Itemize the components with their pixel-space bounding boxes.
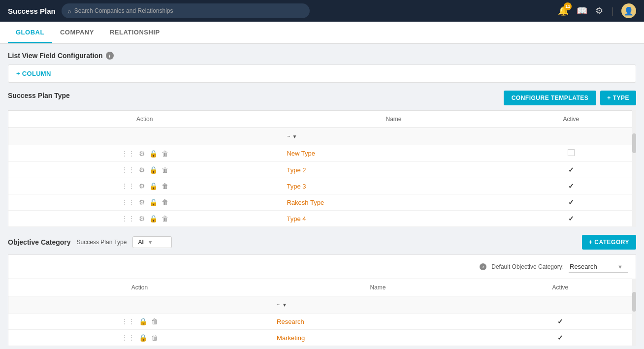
action-cell: ⋮⋮ ⚙ 🔒 🗑 [8,178,281,194]
settings-button[interactable]: ⚙ [595,5,603,16]
action-icons: ⋮⋮ ⚙ 🔒 🗑 [14,182,275,190]
lock-icon[interactable]: 🔒 [149,166,158,174]
drag-handle-icon[interactable]: ⋮⋮ [121,334,135,342]
book-button[interactable]: 📖 [577,5,587,16]
table-row: ⋮⋮ ⚙ 🔒 🗑 Rakesh Type ✓ [8,194,636,211]
action-cell: ⋮⋮ ⚙ 🔒 🗑 [8,194,281,211]
user-profile-button[interactable]: 👤 [621,3,636,18]
plan-type-select[interactable]: All ▼ [132,236,172,248]
add-type-button[interactable]: + TYPE [600,91,636,105]
caret-down-icon: ▼ [292,134,297,139]
action-cell: ⋮⋮ 🔒 🗑 [8,314,271,330]
active-cell: ✓ [507,211,636,227]
objective-category-table: Action Name Active ~ ▼ [8,279,636,346]
add-column-button[interactable]: + COLUMN [16,70,51,77]
gear-icon[interactable]: ⚙ [139,182,145,190]
table-row: ⋮⋮ ⚙ 🔒 🗑 Type 4 ✓ [8,211,636,227]
checkmark-icon: ✓ [557,317,563,325]
lock-icon[interactable]: 🔒 [149,198,158,206]
drag-handle-icon[interactable]: ⋮⋮ [121,198,135,206]
success-plan-type-title: Success Plan Type [8,92,70,99]
main-content: List View Field Configuration i + COLUMN… [0,44,644,349]
col-active: Active [507,111,636,128]
trash-icon[interactable]: 🗑 [161,166,168,174]
drag-handle-icon[interactable]: ⋮⋮ [121,215,135,222]
tab-relationship[interactable]: RELATIONSHIP [102,22,168,43]
name-cell-editing: ~ ▼ [271,296,485,314]
success-plan-type-header: Success Plan Type CONFIGURE TEMPLATES + … [8,91,636,105]
drag-handle-icon[interactable]: ⋮⋮ [121,166,135,174]
app-title: Success Plan [8,7,56,15]
trash-icon[interactable]: 🗑 [151,317,158,325]
obj-col-name: Name [271,279,485,296]
trash-icon[interactable]: 🗑 [161,198,168,206]
trash-icon[interactable]: 🗑 [161,150,168,158]
checkmark-icon: ✓ [568,166,574,174]
trash-icon[interactable]: 🗑 [161,182,168,190]
default-obj-select[interactable]: Research ▼ [569,261,628,273]
name-cell: Marketing [271,330,485,346]
gear-icon[interactable]: ⚙ [139,198,145,206]
action-icons: ⋮⋮ ⚙ 🔒 🗑 [14,198,275,206]
scroll-thumb-obj[interactable] [632,292,636,312]
lock-icon[interactable]: 🔒 [149,150,158,158]
gear-icon[interactable]: ⚙ [139,150,145,158]
configure-templates-button[interactable]: CONFIGURE TEMPLATES [504,91,597,105]
obj-col-action: Action [8,279,271,296]
success-plan-type-section: Success Plan Type CONFIGURE TEMPLATES + … [8,91,636,227]
lock-icon[interactable]: 🔒 [139,334,147,342]
active-cell: ✓ [507,178,636,194]
default-objective-row: i Default Objective Category: Research ▼ [8,254,636,279]
scroll-track-obj[interactable] [632,279,636,346]
tab-company[interactable]: COMPANY [52,22,102,43]
checkmark-icon: ✓ [568,198,574,206]
action-icons: ⋮⋮ 🔒 🗑 [14,317,265,325]
trash-icon[interactable]: 🗑 [161,215,168,222]
obj-col-active: Active [485,279,636,296]
success-plan-type-buttons: CONFIGURE TEMPLATES + TYPE [504,91,636,105]
default-obj-value: Research [570,263,597,270]
add-column-row: + COLUMN [8,65,636,82]
action-cell: ⋮⋮ 🔒 🗑 [8,330,271,346]
name-cell: Type 3 [281,178,506,194]
chevron-down-icon: ▼ [148,239,153,245]
lock-icon[interactable]: 🔒 [149,182,158,190]
checkbox-empty[interactable] [568,149,575,156]
chevron-down-icon-2: ▼ [617,264,623,270]
obj-cat-left: Objective Category Success Plan Type All… [8,236,172,248]
lock-icon[interactable]: 🔒 [149,215,158,222]
drag-handle-icon[interactable]: ⋮⋮ [121,182,135,190]
action-cell: ⋮⋮ ⚙ 🔒 🗑 [8,211,281,227]
active-cell: ✓ [507,162,636,178]
lock-icon[interactable]: 🔒 [139,317,147,325]
drag-handle-icon[interactable]: ⋮⋮ [121,317,135,325]
default-obj-info-icon: i [480,263,486,270]
table-row: ~ ▼ [8,296,636,314]
drag-handle-icon[interactable]: ⋮⋮ [121,150,135,158]
table-row: ⋮⋮ 🔒 🗑 Marketing ✓ [8,330,636,346]
name-cell: Type 2 [281,162,506,178]
nav-icons: 🔔 11 📖 ⚙ | 👤 [558,3,636,18]
action-icons: ⋮⋮ ⚙ 🔒 🗑 [14,166,275,174]
search-bar[interactable]: ⌕ [62,3,310,18]
active-cell: ✓ [507,194,636,211]
col-action: Action [8,111,281,128]
active-cell [485,296,636,314]
search-input[interactable] [74,7,304,14]
active-cell: ✓ [485,314,636,330]
add-category-button[interactable]: + CATEGORY [582,235,636,250]
top-nav: Success Plan ⌕ 🔔 11 📖 ⚙ | 👤 [0,0,644,22]
caret-down-icon: ▼ [282,302,287,308]
scroll-thumb[interactable] [632,133,636,153]
tab-global[interactable]: GLOBAL [8,22,52,43]
scroll-track[interactable] [632,110,636,227]
gear-icon[interactable]: ⚙ [139,215,145,222]
gear-icon[interactable]: ⚙ [139,166,145,174]
trash-icon[interactable]: 🗑 [151,334,158,342]
name-cell-editing: ~ ▼ [281,128,506,145]
name-cell: Type 4 [281,211,506,227]
default-obj-label: Default Objective Category: [491,263,564,270]
list-view-panel: + COLUMN [8,64,636,83]
table-row: ⋮⋮ ⚙ 🔒 🗑 Type 2 ✓ [8,162,636,178]
notifications-button[interactable]: 🔔 11 [558,5,569,16]
